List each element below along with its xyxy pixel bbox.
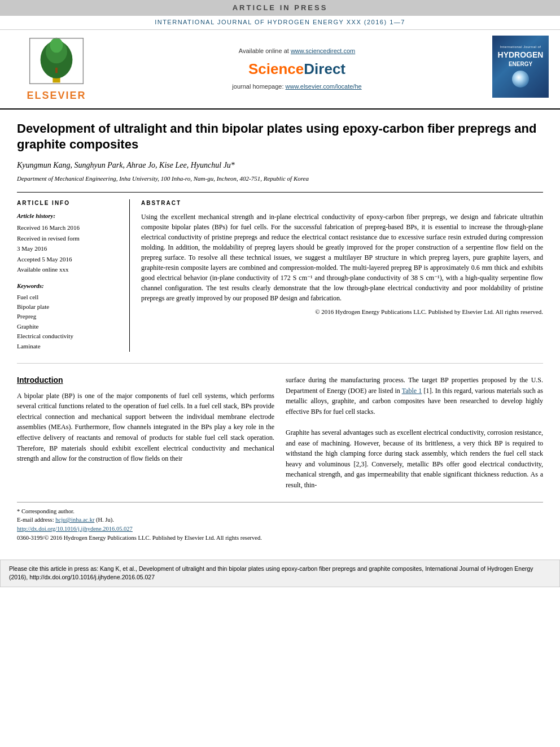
article-info-abstract-section: ARTICLE INFO Article history: Received 1… <box>17 192 543 352</box>
revised-label: Received in revised form <box>17 234 121 243</box>
journal-homepage-link[interactable]: www.elsevier.com/locate/he <box>286 83 362 90</box>
doi-link-container: http://dx.doi.org/10.1016/j.ijhydene.201… <box>17 525 543 534</box>
copyright-footnote: 0360-3199/© 2016 Hydrogen Energy Publica… <box>17 534 543 543</box>
sciencedirect-link[interactable]: www.sciencedirect.com <box>291 47 355 54</box>
authors: Kyungmun Kang, Sunghyun Park, Ahrae Jo, … <box>17 160 543 174</box>
introduction-right-col: surface during the manufacturing process… <box>286 375 543 491</box>
doi-link[interactable]: http://dx.doi.org/10.1016/j.ijhydene.201… <box>17 526 133 532</box>
abstract-column: ABSTRACT Using the excellent mechanical … <box>141 199 543 352</box>
keywords-section: Keywords: Fuel cell Bipolar plate Prepre… <box>17 282 121 351</box>
article-info-heading: ARTICLE INFO <box>17 199 121 207</box>
sciencedirect-logo-text: ScienceDirect <box>248 59 345 79</box>
revised-date: 3 May 2016 <box>17 244 121 253</box>
journal-cover-graphic <box>512 71 529 88</box>
keyword-laminate: Laminate <box>17 342 121 351</box>
header-section: ELSEVIER Available online at www.science… <box>0 30 560 110</box>
keyword-prepreg: Prepreg <box>17 312 121 321</box>
introduction-section: Introduction A bipolar plate (BP) is one… <box>17 375 543 491</box>
header-center: Available online at www.sciencedirect.co… <box>102 36 492 103</box>
journal-cover-image: International Journal of HYDROGEN ENERGY <box>492 36 549 98</box>
affiliation: Department of Mechanical Engineering, In… <box>17 174 543 192</box>
footnote-section: * Corresponding author. E-mail address: … <box>17 502 543 543</box>
article-in-press-banner: ARTICLE IN PRESS <box>0 0 560 16</box>
accepted-date: Accepted 5 May 2016 <box>17 255 121 264</box>
abstract-copyright: © 2016 Hydrogen Energy Publications LLC.… <box>141 308 543 316</box>
journal-cover-intl: International Journal of <box>500 45 541 50</box>
email-note: E-mail address: hcju@inha.ac.kr (H. Ju). <box>17 516 543 525</box>
history-label: Article history: <box>17 212 121 220</box>
introduction-left-col: Introduction A bipolar plate (BP) is one… <box>17 375 274 491</box>
keyword-graphite: Graphite <box>17 322 121 331</box>
email-link[interactable]: hcju@inha.ac.kr <box>55 517 94 523</box>
introduction-left-text: A bipolar plate (BP) is one of the major… <box>17 391 274 464</box>
journal-cover-energy: ENERGY <box>509 60 532 68</box>
introduction-heading: Introduction <box>17 375 274 386</box>
main-content: Development of ultralight and thin bipol… <box>0 110 560 554</box>
svg-point-3 <box>50 37 63 53</box>
citation-bar: Please cite this article in press as: Ka… <box>0 560 560 588</box>
abstract-heading: ABSTRACT <box>141 199 543 207</box>
available-online: Available online xxx <box>17 265 121 274</box>
keyword-bipolar-plate: Bipolar plate <box>17 303 121 311</box>
journal-cover-hydrogen: HYDROGEN <box>498 51 544 59</box>
corresponding-author-note: * Corresponding author. <box>17 507 543 516</box>
received-date: Received 16 March 2016 <box>17 224 121 232</box>
table1-link[interactable]: Table 1 <box>402 387 422 395</box>
keyword-fuel-cell: Fuel cell <box>17 293 121 302</box>
journal-homepage-text: journal homepage: www.elsevier.com/locat… <box>232 82 361 91</box>
section-divider <box>17 363 543 364</box>
available-online-text: Available online at www.sciencedirect.co… <box>239 47 355 55</box>
elsevier-text: ELSEVIER <box>27 89 86 103</box>
journal-title-bar: INTERNATIONAL JOURNAL OF HYDROGEN ENERGY… <box>0 16 560 29</box>
introduction-right-text: surface during the manufacturing process… <box>286 375 543 491</box>
keyword-electrical-conductivity: Electrical conductivity <box>17 332 121 340</box>
paper-title: Development of ultralight and thin bipol… <box>17 110 543 160</box>
elsevier-logo: ELSEVIER <box>11 36 102 103</box>
keywords-label: Keywords: <box>17 282 121 290</box>
abstract-text: Using the excellent mechanical strength … <box>141 212 543 303</box>
article-info-column: ARTICLE INFO Article history: Received 1… <box>17 199 130 352</box>
